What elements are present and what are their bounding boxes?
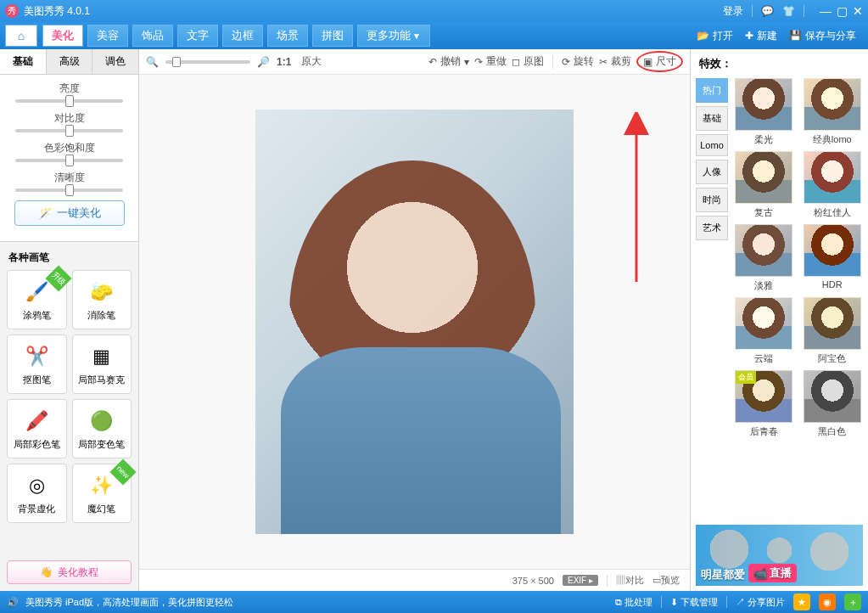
effect-cat-4[interactable]: 时尚 — [696, 188, 728, 212]
saturation-slider[interactable] — [15, 159, 123, 162]
subtab-basic[interactable]: 基础 — [0, 49, 47, 74]
zoom-slider[interactable] — [165, 60, 250, 64]
zoom-out-icon[interactable]: 🔍 — [146, 56, 159, 68]
effect-cat-5[interactable]: 艺术 — [696, 216, 728, 240]
effect-item-9[interactable]: 黑白色 — [802, 370, 864, 438]
brush-1[interactable]: 🧽消除笔 — [72, 270, 132, 329]
effect-label: 云端 — [754, 352, 773, 365]
effect-label: 黑白色 — [818, 425, 846, 438]
effect-item-8[interactable]: 会员后青春 — [733, 370, 795, 438]
tab-beauty[interactable]: 美容 — [87, 25, 128, 47]
subtab-advanced[interactable]: 高级 — [47, 49, 93, 74]
brush-0[interactable]: 升级🖌️涂鸦笔 — [7, 270, 67, 329]
effect-label: 经典lomo — [813, 133, 852, 146]
effect-item-3[interactable]: 粉红佳人 — [802, 151, 864, 219]
size-button[interactable]: ▣尺寸 — [636, 51, 683, 72]
brush-icon: ✨ — [88, 472, 115, 499]
zoom-100-button[interactable]: 1:1 原大 — [277, 54, 322, 69]
effect-item-6[interactable]: 云端 — [733, 297, 795, 365]
brush-label: 魔幻笔 — [87, 503, 115, 515]
app-logo: 秀 — [5, 4, 19, 18]
brush-label: 局部彩色笔 — [14, 438, 60, 451]
new-button[interactable]: ✚新建 — [745, 29, 777, 43]
brush-label: 局部马赛克 — [78, 374, 125, 386]
home-button[interactable]: ⌂ — [5, 25, 37, 47]
annotation-arrow — [619, 112, 653, 290]
star-icon[interactable]: ★ — [793, 593, 810, 610]
preview-button[interactable]: ▭预览 — [652, 574, 680, 587]
canvas-image — [255, 110, 574, 534]
hand-icon: 👋 — [40, 566, 53, 578]
redo-button[interactable]: ↷重做 — [474, 54, 507, 69]
zoom-in-icon[interactable]: 🔎 — [257, 56, 270, 68]
brush-7[interactable]: new✨魔幻笔 — [72, 464, 132, 523]
crop-button[interactable]: ✂裁剪 — [599, 54, 631, 69]
effect-item-7[interactable]: 阿宝色 — [802, 297, 864, 365]
compare-button[interactable]: ▥对比 — [616, 574, 644, 587]
brightness-slider[interactable] — [15, 99, 123, 103]
brush-2[interactable]: ✂️抠图笔 — [7, 335, 67, 394]
brush-5[interactable]: 🟢局部变色笔 — [72, 399, 132, 458]
effect-item-4[interactable]: 淡雅 — [733, 224, 795, 292]
exif-button[interactable]: EXIF ▸ — [563, 575, 598, 586]
brush-icon: 🖍️ — [23, 408, 50, 435]
saturation-label: 色彩饱和度 — [10, 141, 128, 155]
effect-item-1[interactable]: 经典lomo — [802, 78, 864, 146]
effect-thumb — [735, 224, 792, 277]
effects-panel: 特效： 热门基础Lomo人像时尚艺术 柔光经典lomo复古粉红佳人淡雅HDR云端… — [690, 49, 868, 591]
skin-icon[interactable]: 👕 — [782, 5, 795, 17]
rotate-button[interactable]: ⟳旋转 — [562, 54, 594, 69]
effect-cat-2[interactable]: Lomo — [696, 134, 728, 156]
save-share-button[interactable]: 💾保存与分享 — [789, 29, 856, 43]
contrast-slider[interactable] — [15, 129, 123, 132]
weibo-icon[interactable]: ◉ — [819, 593, 836, 610]
bottom-tip[interactable]: 美图秀秀 iPad版，高清处理画面，美化拼图更轻松 — [25, 596, 233, 609]
messages-icon[interactable]: 💬 — [761, 5, 774, 17]
brush-label: 涂鸦笔 — [23, 309, 51, 322]
maximize-button[interactable]: ▢ — [837, 4, 848, 18]
sharpness-slider[interactable] — [15, 188, 123, 192]
batch-button[interactable]: ⧉ 批处理 — [615, 596, 652, 609]
canvas-viewport[interactable] — [139, 75, 690, 569]
login-link[interactable]: 登录 — [723, 4, 743, 19]
effect-thumb: 会员 — [735, 370, 792, 423]
tab-scene[interactable]: 场景 — [267, 25, 308, 47]
open-button[interactable]: 📂打开 — [697, 29, 733, 43]
download-mgr-button[interactable]: ⬇ 下载管理 — [670, 596, 718, 609]
tutorial-button[interactable]: 👋美化教程 — [7, 560, 132, 584]
tab-beautify[interactable]: 美化 — [42, 25, 83, 47]
effect-item-0[interactable]: 柔光 — [733, 78, 795, 146]
brush-6[interactable]: ◎背景虚化 — [7, 464, 67, 523]
effect-label: 复古 — [754, 206, 773, 219]
title-bar: 秀 美图秀秀 4.0.1 登录 💬 👕 — ▢ ✕ — [0, 0, 868, 22]
effect-item-2[interactable]: 复古 — [733, 151, 795, 219]
subtab-color[interactable]: 调色 — [92, 49, 138, 74]
effect-label: 阿宝色 — [818, 352, 846, 365]
share-button[interactable]: ↗ 分享图片 — [736, 596, 785, 609]
oneclick-beautify-button[interactable]: 🪄一键美化 — [14, 200, 125, 226]
brush-label: 局部变色笔 — [78, 438, 125, 451]
promo-banner[interactable]: 明星都爱 📹直播 — [696, 525, 863, 586]
effect-thumb — [735, 297, 792, 350]
tab-collage[interactable]: 拼图 — [312, 25, 353, 47]
brush-section-title: 各种画笔 — [8, 250, 130, 265]
tab-more[interactable]: 更多功能▼ — [357, 25, 430, 47]
brush-3[interactable]: ▦局部马赛克 — [72, 335, 132, 394]
tab-frame[interactable]: 边框 — [222, 25, 263, 47]
effect-cat-3[interactable]: 人像 — [696, 160, 728, 184]
original-image-button[interactable]: ◻原图 — [512, 54, 544, 69]
effect-cat-0[interactable]: 热门 — [696, 78, 728, 103]
add-icon[interactable]: ＋ — [844, 593, 861, 610]
minimize-button[interactable]: — — [820, 4, 832, 18]
tab-ornaments[interactable]: 饰品 — [132, 25, 173, 47]
brush-label: 背景虚化 — [18, 503, 55, 515]
undo-button[interactable]: ↶撤销▾ — [428, 54, 469, 69]
brush-icon: ▦ — [88, 343, 115, 370]
effect-item-5[interactable]: HDR — [802, 224, 864, 292]
tab-text[interactable]: 文字 — [177, 25, 218, 47]
effect-label: 粉红佳人 — [814, 206, 851, 219]
brush-4[interactable]: 🖍️局部彩色笔 — [7, 399, 67, 458]
effect-cat-1[interactable]: 基础 — [696, 106, 728, 131]
close-button[interactable]: ✕ — [853, 4, 863, 18]
effect-thumb — [804, 370, 861, 423]
